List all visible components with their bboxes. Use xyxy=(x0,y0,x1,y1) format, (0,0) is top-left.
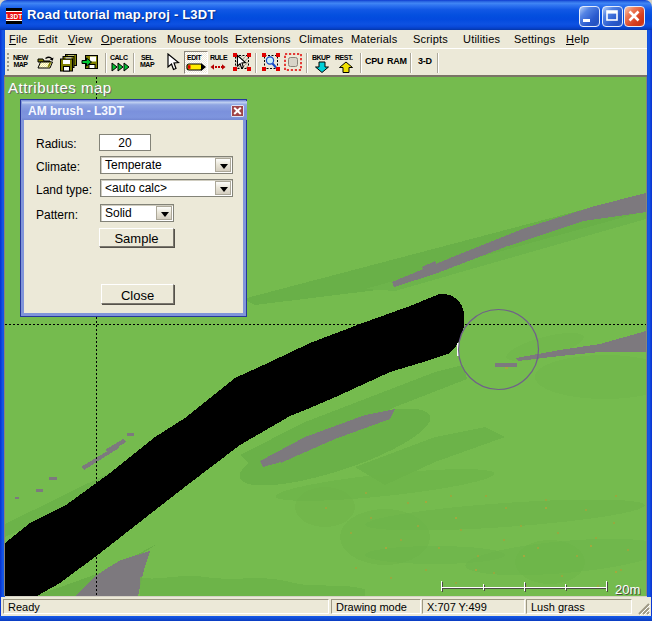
svg-text:L3DT: L3DT xyxy=(6,13,22,20)
